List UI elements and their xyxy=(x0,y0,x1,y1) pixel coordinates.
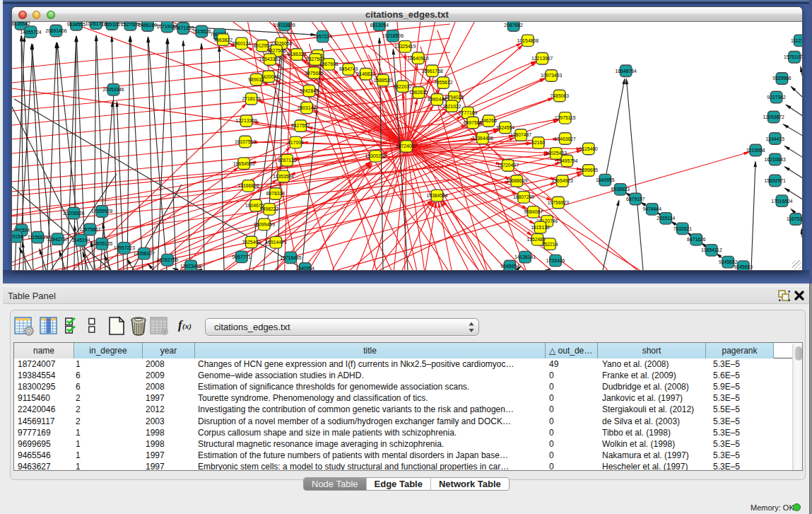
svg-text:9327505: 9327505 xyxy=(267,48,286,53)
svg-text:1362615: 1362615 xyxy=(409,90,428,95)
svg-text:39154: 39154 xyxy=(12,234,23,239)
svg-text:9227342: 9227342 xyxy=(767,95,786,100)
svg-text:16543382: 16543382 xyxy=(259,57,281,62)
svg-text:8471626: 8471626 xyxy=(687,237,706,242)
svg-text:7957224: 7957224 xyxy=(313,34,332,39)
svg-text:16099459: 16099459 xyxy=(254,222,275,227)
svg-text:1527602: 1527602 xyxy=(121,22,140,27)
svg-text:3215958: 3215958 xyxy=(746,148,765,153)
svg-text:6879197: 6879197 xyxy=(626,197,645,201)
svg-text:746266: 746266 xyxy=(481,118,497,123)
svg-text:1145194: 1145194 xyxy=(72,238,90,243)
svg-text:16914479: 16914479 xyxy=(265,240,286,245)
svg-text:9242848: 9242848 xyxy=(300,88,319,93)
svg-text:12942737: 12942737 xyxy=(47,237,68,242)
svg-text:13325419: 13325419 xyxy=(394,44,416,49)
svg-text:417004: 417004 xyxy=(288,140,304,145)
svg-text:9498222: 9498222 xyxy=(260,206,279,211)
svg-text:10671355: 10671355 xyxy=(172,25,194,30)
svg-text:9329966: 9329966 xyxy=(772,76,792,81)
svg-text:16782759: 16782759 xyxy=(157,257,178,262)
svg-text:7485063: 7485063 xyxy=(551,93,570,98)
svg-text:3875685: 3875685 xyxy=(305,71,324,76)
svg-text:16210643: 16210643 xyxy=(765,157,786,162)
svg-text:10654112: 10654112 xyxy=(701,247,722,252)
svg-text:21364436: 21364436 xyxy=(472,136,493,141)
svg-text:14136141: 14136141 xyxy=(514,255,536,259)
svg-text:14055724: 14055724 xyxy=(20,30,41,35)
svg-text:1588520: 1588520 xyxy=(374,78,393,83)
svg-text:10807487: 10807487 xyxy=(510,132,531,137)
svg-text:(x): (x) xyxy=(182,322,192,331)
svg-text:20206526: 20206526 xyxy=(63,211,84,216)
svg-text:16033809: 16033809 xyxy=(274,23,295,28)
svg-text:1621022: 1621022 xyxy=(442,104,461,109)
svg-text:9474444: 9474444 xyxy=(642,206,661,211)
svg-text:12975115: 12975115 xyxy=(555,115,576,120)
svg-text:9245654: 9245654 xyxy=(500,264,519,269)
svg-text:62160: 62160 xyxy=(531,140,545,145)
svg-text:1167533: 1167533 xyxy=(787,216,802,221)
svg-text:19384554: 19384554 xyxy=(426,193,447,198)
svg-text:7625402: 7625402 xyxy=(242,240,261,245)
svg-text:11156829: 11156829 xyxy=(28,235,48,240)
svg-text:12975867: 12975867 xyxy=(79,227,100,232)
svg-text:10973493: 10973493 xyxy=(541,73,562,78)
svg-text:12923448: 12923448 xyxy=(180,264,201,269)
svg-text:2718176: 2718176 xyxy=(242,96,261,101)
svg-text:8938923: 8938923 xyxy=(611,187,630,192)
svg-text:7515526: 7515526 xyxy=(192,29,211,34)
svg-text:8813054: 8813054 xyxy=(370,23,389,28)
svg-text:16107553: 16107553 xyxy=(235,139,256,144)
svg-text:7955812: 7955812 xyxy=(434,80,453,85)
svg-text:15720407: 15720407 xyxy=(498,163,519,168)
svg-text:9115460: 9115460 xyxy=(579,146,598,151)
svg-text:8878334: 8878334 xyxy=(266,191,286,196)
svg-text:15716485: 15716485 xyxy=(280,255,301,260)
svg-text:8912954: 8912954 xyxy=(253,43,272,48)
svg-text:19654923: 19654923 xyxy=(552,178,573,183)
svg-text:19463627: 19463627 xyxy=(555,136,576,141)
svg-text:12213369: 12213369 xyxy=(236,118,257,123)
svg-text:12213967: 12213967 xyxy=(531,56,553,61)
svg-text:8960124: 8960124 xyxy=(233,41,252,46)
svg-text:6794028: 6794028 xyxy=(445,95,464,100)
svg-text:7632621: 7632621 xyxy=(673,226,692,231)
svg-text:12093872: 12093872 xyxy=(763,115,784,119)
svg-text:8454749: 8454749 xyxy=(339,66,358,71)
svg-text:1112384: 1112384 xyxy=(791,38,802,43)
svg-text:8990448: 8990448 xyxy=(428,97,447,102)
svg-text:8322037: 8322037 xyxy=(394,84,413,89)
svg-text:15300295: 15300295 xyxy=(365,153,386,158)
svg-text:10653267: 10653267 xyxy=(101,22,122,27)
svg-text:9657771: 9657771 xyxy=(233,255,252,259)
svg-text:18724007: 18724007 xyxy=(396,144,417,148)
svg-text:2803144: 2803144 xyxy=(298,105,317,110)
svg-text:15751074: 15751074 xyxy=(784,54,802,59)
svg-text:18640910: 18640910 xyxy=(408,56,429,61)
svg-text:10688609: 10688609 xyxy=(506,178,527,183)
svg-text:2087682: 2087682 xyxy=(504,23,523,28)
svg-text:9146821: 9146821 xyxy=(356,71,375,76)
svg-text:9699695: 9699695 xyxy=(579,168,599,173)
svg-text:19654985: 19654985 xyxy=(233,161,254,166)
svg-text:12905135: 12905135 xyxy=(91,241,112,246)
svg-text:19166826: 19166826 xyxy=(237,183,259,188)
svg-text:1640955: 1640955 xyxy=(596,177,615,182)
svg-text:16961758: 16961758 xyxy=(421,69,442,74)
svg-text:17359928: 17359928 xyxy=(91,209,112,214)
svg-text:9084067: 9084067 xyxy=(524,209,543,214)
svg-text:11353594: 11353594 xyxy=(273,174,294,179)
svg-text:1615132: 1615132 xyxy=(531,225,550,230)
svg-text:1244415: 1244415 xyxy=(765,136,784,141)
svg-text:9245653: 9245653 xyxy=(734,264,753,269)
svg-text:20053346: 20053346 xyxy=(102,87,124,92)
svg-text:9634555: 9634555 xyxy=(67,22,86,27)
svg-text:14958107: 14958107 xyxy=(134,251,155,256)
svg-text:8427552: 8427552 xyxy=(291,123,310,128)
svg-text:1733426: 1733426 xyxy=(546,258,565,263)
svg-text:17957223: 17957223 xyxy=(114,245,135,250)
svg-text:989012: 989012 xyxy=(248,77,264,82)
svg-text:3624554: 3624554 xyxy=(496,125,515,130)
svg-text:7663822: 7663822 xyxy=(213,37,233,42)
